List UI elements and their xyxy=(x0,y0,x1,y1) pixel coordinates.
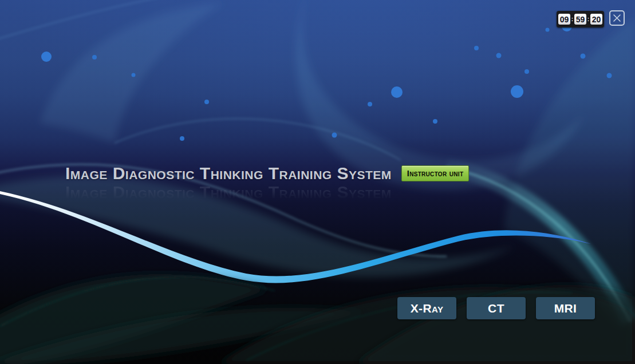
page-title: Image Diagnostic Thinking Training Syste… xyxy=(65,165,392,182)
page-title-reflection: Image Diagnostic Thinking Training Syste… xyxy=(65,184,392,201)
close-button[interactable] xyxy=(609,10,625,26)
close-icon xyxy=(613,14,621,22)
clock-minutes: 59 xyxy=(574,14,586,25)
splash-screen: 09 : 59 : 20 Image Diagnostic Thinking T… xyxy=(0,0,635,364)
xray-button[interactable]: X-Ray xyxy=(397,297,456,319)
clock-seconds: 20 xyxy=(590,14,602,25)
clock-hours: 09 xyxy=(558,14,570,25)
clock-separator: : xyxy=(587,17,590,22)
title-row: Image Diagnostic Thinking Training Syste… xyxy=(65,165,469,182)
clock-separator: : xyxy=(571,17,574,22)
ct-button[interactable]: CT xyxy=(467,297,526,319)
clock: 09 : 59 : 20 xyxy=(557,11,604,27)
mri-button[interactable]: MRI xyxy=(536,297,595,319)
instructor-unit-badge: Instructor unit xyxy=(401,165,469,181)
